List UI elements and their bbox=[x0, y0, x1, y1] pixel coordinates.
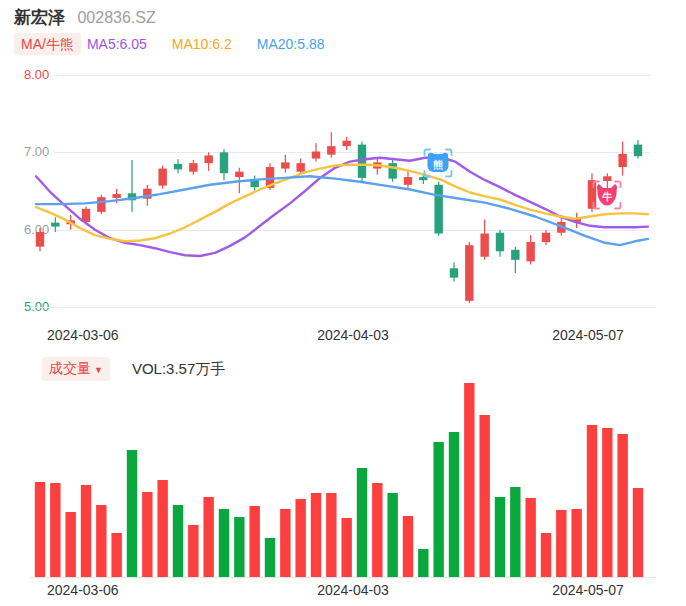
date-label: 2024-04-03 bbox=[317, 582, 389, 598]
caret-down-icon: ▼ bbox=[94, 365, 103, 375]
volume-legend-row: 成交量▼ VOL:3.57万手 bbox=[42, 357, 225, 381]
date-label: 2024-03-06 bbox=[47, 327, 119, 343]
volume-label: 成交量 bbox=[49, 360, 91, 376]
ma5-value: MA5:6.05 bbox=[87, 36, 147, 52]
price-axis-label-8: 8.00 bbox=[24, 68, 49, 82]
svg-text:熊: 熊 bbox=[433, 159, 443, 171]
ma-legend-row: MA/牛熊 MA5:6.05 MA10:6.2 MA20:5.88 bbox=[14, 33, 349, 55]
date-label: 2024-05-07 bbox=[552, 327, 624, 343]
indicator-selector-badge[interactable]: MA/牛熊 bbox=[14, 33, 81, 55]
bull-signal-icon[interactable]: 牛 bbox=[592, 180, 622, 214]
chart-header: 新宏泽 002836.SZ bbox=[14, 6, 156, 29]
price-axis-label-6: 6.00 bbox=[24, 223, 49, 237]
stock-name: 新宏泽 bbox=[14, 8, 65, 27]
volume-value: VOL:3.57万手 bbox=[132, 360, 225, 379]
price-axis-label-5: 5.00 bbox=[24, 300, 49, 314]
date-label: 2024-05-07 bbox=[552, 582, 624, 598]
stock-code: 002836.SZ bbox=[77, 9, 155, 26]
stock-chart-app: 新宏泽 002836.SZ MA/牛熊 MA5:6.05 MA10:6.2 MA… bbox=[0, 0, 686, 606]
volume-selector-badge[interactable]: 成交量▼ bbox=[42, 357, 110, 381]
bear-signal-icon[interactable]: 熊 bbox=[423, 148, 453, 182]
date-label: 2024-03-06 bbox=[47, 582, 119, 598]
svg-text:牛: 牛 bbox=[602, 191, 613, 202]
price-axis-label-7: 7.00 bbox=[24, 145, 49, 159]
ma20-value: MA20:5.88 bbox=[257, 36, 325, 52]
candlestick-volume-canvas bbox=[0, 0, 686, 606]
ma10-value: MA10:6.2 bbox=[172, 36, 232, 52]
date-label: 2024-04-03 bbox=[317, 327, 389, 343]
